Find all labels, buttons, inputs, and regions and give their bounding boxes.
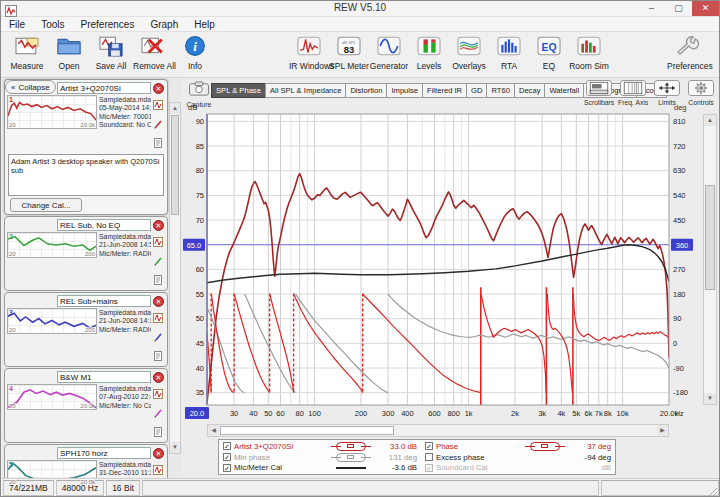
measurement-tools (153, 384, 165, 441)
toolbar-info-button[interactable]: iInfo (175, 35, 215, 71)
toolbar-rta-button[interactable]: RTA (489, 35, 529, 71)
toolbar-generator-button[interactable]: Generator (369, 35, 409, 71)
delete-measurement-icon[interactable]: ✕ (153, 372, 164, 383)
menu-tools[interactable]: Tools (33, 19, 72, 30)
toolbar-overlays-button[interactable]: Overlays (449, 35, 489, 71)
delete-measurement-icon[interactable]: ✕ (153, 296, 164, 307)
levels-icon (415, 35, 443, 57)
trace-edit-pencil-icon[interactable] (153, 252, 165, 270)
measurement-name-field[interactable]: SPH170 horz (57, 447, 151, 459)
scroll-left-arrow[interactable]: ◀ (208, 425, 219, 436)
vertical-scrollbar[interactable]: ▲ ▼ (703, 114, 717, 405)
measurement-thumbnail[interactable]: 12020.0k (7, 95, 97, 129)
hscroll-thumb[interactable] (220, 426, 394, 435)
horizontal-scrollbar[interactable]: ◀ ▶ (207, 424, 669, 437)
soundcard-cal-checkbox[interactable]: ✓ (425, 464, 433, 472)
notes-icon[interactable] (153, 347, 165, 365)
tab-spl-phase[interactable]: SPL & Phase (211, 83, 266, 98)
graph-button-freq-axis[interactable]: Freq. Axis (618, 80, 648, 106)
trace-edit-pencil-icon[interactable] (153, 328, 165, 346)
tab-all-spl-impedance[interactable]: All SPL & Impedance (265, 83, 346, 98)
measure-icon (13, 35, 41, 57)
measurement-thumbnail[interactable]: 42020.0k (7, 384, 97, 410)
trace-style-icon[interactable] (336, 453, 366, 462)
min-phase-checkbox[interactable]: ✓ (223, 453, 231, 461)
toolbar-levels-button[interactable]: Levels (409, 35, 449, 71)
resize-grip[interactable] (706, 483, 718, 495)
measurement-name-field[interactable]: B&W M1 (57, 371, 151, 383)
title-bar[interactable]: REW V5.10 – ▢ ✕ (1, 1, 719, 17)
sidebar-scroll-thumb[interactable] (171, 115, 179, 215)
maximize-button[interactable]: ▢ (665, 1, 692, 16)
graph-button-scrollbars[interactable]: Scrollbars (584, 80, 614, 106)
tab-impulse[interactable]: Impulse (386, 83, 423, 98)
tab-decay[interactable]: Decay (514, 83, 546, 98)
measurement-item-1[interactable]: Artist 3+Q2070Si✕12020.0kSampledata.mdat… (4, 79, 168, 215)
scroll-down-arrow[interactable]: ▼ (170, 442, 180, 453)
toolbar-eq-button[interactable]: EQEQ (529, 35, 569, 71)
scroll-right-arrow[interactable]: ▶ (657, 425, 668, 436)
graph-button-limits[interactable]: Limits (652, 80, 682, 106)
measurement-thumbnail[interactable]: 220200 (7, 232, 97, 258)
tab-filtered-ir[interactable]: Filtered IR (422, 83, 467, 98)
status-segment-empty (142, 480, 599, 496)
toolbar-measure-button[interactable]: Measure (7, 35, 47, 71)
trace-edit-pencil-icon[interactable] (153, 115, 165, 133)
thumb-xmax: 200 (85, 251, 95, 257)
trace-edit-pencil-icon[interactable] (153, 404, 165, 422)
delete-measurement-icon[interactable]: ✕ (153, 83, 164, 94)
sidebar-scrollbar[interactable]: ▲▼ (169, 102, 181, 454)
scroll-up-arrow[interactable]: ▲ (704, 115, 716, 126)
graph-button-controls[interactable]: Controls (686, 80, 716, 106)
tab-rt60[interactable]: RT60 (486, 83, 514, 98)
collapse-button[interactable]: «Collapse (5, 80, 56, 94)
toolbar-spl-meter-button[interactable]: dB SPL83SPL Meter (329, 35, 369, 71)
trace-style-icon[interactable] (336, 442, 366, 451)
menu-preferences[interactable]: Preferences (72, 19, 142, 30)
excess-phase-checkbox[interactable] (425, 453, 433, 461)
scroll-up-arrow[interactable]: ▲ (170, 103, 180, 114)
mic-meter-cal-checkbox[interactable]: ✓ (223, 464, 231, 472)
phase-checkbox[interactable]: ✓ (425, 442, 433, 450)
measurement-name-field[interactable]: Artist 3+Q2070Si (57, 82, 151, 94)
tab-gd[interactable]: GD (466, 83, 487, 98)
ir-preview-icon[interactable] (153, 385, 165, 403)
ir-preview-icon[interactable] (153, 96, 165, 114)
svg-text:EQ: EQ (541, 42, 556, 53)
toolbar-remove-all-button[interactable]: Remove All (133, 35, 173, 71)
delete-measurement-icon[interactable]: ✕ (153, 448, 164, 459)
notes-icon[interactable] (153, 423, 165, 441)
toolbar-ir-windows-button[interactable]: IR Windows (289, 35, 329, 71)
measurement-name-field[interactable]: REL Sub+mains (57, 295, 151, 307)
measurement-notes[interactable]: Adam Artist 3 desktop speaker with Q2070… (8, 154, 164, 196)
spl-phase-plot[interactable]: 9085807570605550454035810720630540450270… (182, 78, 720, 478)
notes-icon[interactable] (153, 134, 165, 152)
vscroll-thumb[interactable] (705, 185, 715, 290)
ir-preview-icon[interactable] (153, 461, 165, 479)
toolbar-room-sim-button[interactable]: Room Sim (569, 35, 609, 71)
measurement-name-field[interactable]: REL Sub, No EQ (57, 219, 151, 231)
notes-icon[interactable] (153, 271, 165, 289)
ir-preview-icon[interactable] (153, 233, 165, 251)
measurement-item-2[interactable]: REL Sub, No EQ✕220200Sampledata.mdat21-J… (4, 216, 168, 291)
toolbar-preferences-button[interactable]: Preferences (667, 35, 707, 71)
svg-text:200: 200 (355, 409, 368, 418)
measurement-item-4[interactable]: B&W M1✕42020.0kSampledata.mdat07-Aug-201… (4, 368, 168, 443)
ir-preview-icon[interactable] (153, 309, 165, 327)
tab-waterfall[interactable]: Waterfall (544, 83, 584, 98)
change-cal-button[interactable]: Change Cal... (10, 198, 82, 212)
close-button[interactable]: ✕ (692, 1, 719, 16)
measurement-item-3[interactable]: REL Sub+mains✕320200Sampledata.mdat21-Ju… (4, 292, 168, 367)
menu-graph[interactable]: Graph (142, 19, 186, 30)
measurement-thumbnail[interactable]: 320200 (7, 308, 97, 334)
menu-file[interactable]: File (1, 19, 33, 30)
toolbar-open-button[interactable]: Open (49, 35, 89, 71)
trace-style-icon[interactable] (530, 442, 560, 451)
scroll-down-arrow[interactable]: ▼ (704, 393, 716, 404)
toolbar-save-all-button[interactable]: Save All (91, 35, 131, 71)
minimize-button[interactable]: – (638, 1, 665, 16)
artist-3-q2070si-checkbox[interactable]: ✓ (223, 442, 231, 450)
menu-help[interactable]: Help (186, 19, 223, 30)
delete-measurement-icon[interactable]: ✕ (153, 220, 164, 231)
tab-distortion[interactable]: Distortion (345, 83, 387, 98)
